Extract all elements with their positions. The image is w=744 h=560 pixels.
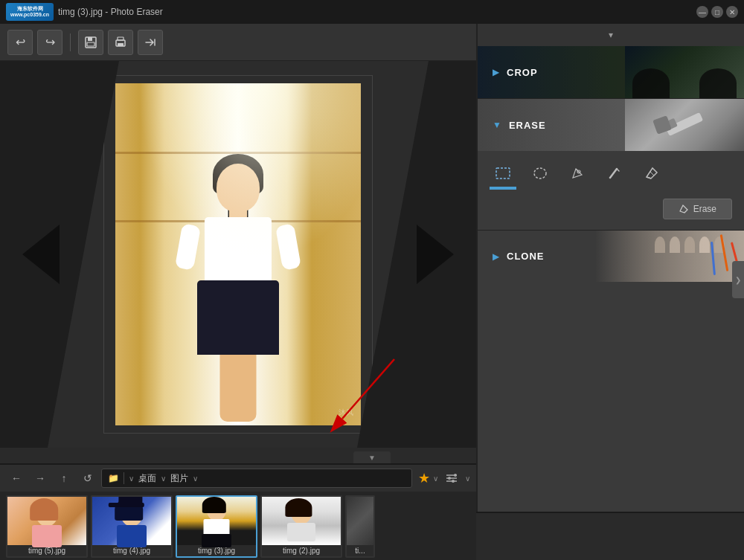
marker-tool[interactable] xyxy=(601,160,628,187)
section-erase: ▼ ERASE xyxy=(478,98,744,230)
clone-label-row: ▶ CLONE xyxy=(478,231,545,282)
app-logo: 海东软件网www.pc0359.cn xyxy=(6,3,54,21)
eraser-tool[interactable] xyxy=(638,160,665,187)
path-display: 📁 ∨ 桌面 ∨ 图片 ∨ xyxy=(101,469,412,488)
favorites-button[interactable]: ★ xyxy=(418,470,430,486)
erase-button-label: Erase xyxy=(693,204,716,214)
thumb1-bg xyxy=(7,497,86,545)
thumb2-bg xyxy=(92,497,171,545)
side-toggle-icon: ❯ xyxy=(735,276,741,284)
svg-point-12 xyxy=(454,474,457,477)
close-button[interactable]: ✕ xyxy=(726,6,738,18)
crop-label-row: ▶ CROP xyxy=(478,46,538,98)
window-controls: — □ ✕ xyxy=(696,6,738,18)
path-sep-left xyxy=(124,472,124,484)
thumbnail-item-4[interactable]: timg (4).jpg xyxy=(91,495,173,558)
stamp-3 xyxy=(684,236,695,253)
forward-button[interactable]: → xyxy=(30,468,51,489)
thumb-img-4 xyxy=(92,497,171,545)
save-button[interactable] xyxy=(78,30,103,55)
svg-point-13 xyxy=(448,477,451,480)
window-title: timg (3).jpg - Photo Eraser xyxy=(58,7,163,17)
folder-icon: 📁 xyxy=(108,473,119,483)
bottom-toggle-icon: ▼ xyxy=(368,454,376,462)
svg-rect-4 xyxy=(118,37,124,40)
view-options-button[interactable] xyxy=(441,468,462,489)
clone-expand-arrow: ▶ xyxy=(493,251,499,262)
action-sep: ∨ xyxy=(433,474,438,483)
refresh-button[interactable]: ↺ xyxy=(77,468,98,489)
crop-hand-right xyxy=(699,68,737,98)
titlebar-left: 海东软件网www.pc0359.cn timg (3).jpg - Photo … xyxy=(6,3,163,21)
thumb5-bg xyxy=(345,497,375,545)
lasso-select-tool[interactable] xyxy=(527,160,554,187)
up-button[interactable]: ↑ xyxy=(54,468,74,489)
back-button[interactable]: ← xyxy=(6,468,27,489)
svg-rect-6 xyxy=(496,168,510,178)
undo-button[interactable]: ↩ xyxy=(7,30,33,55)
svg-point-7 xyxy=(534,168,546,178)
bottom-panel-toggle[interactable]: ▼ xyxy=(353,451,391,463)
thumbnail-item-3[interactable]: timg (3).jpg xyxy=(176,495,257,558)
thumb4-bg xyxy=(262,497,341,545)
path-sep2: ∨ xyxy=(161,474,166,483)
maximize-button[interactable]: □ xyxy=(711,6,723,18)
light-effect xyxy=(115,83,361,289)
erase-thumbnail xyxy=(625,99,744,151)
share-button[interactable] xyxy=(138,30,163,55)
panel-side-toggle[interactable]: ❯ xyxy=(732,261,744,298)
canvas-bg-left xyxy=(0,61,119,448)
thumb-img-4b xyxy=(262,497,341,545)
main-toolbar: ↩ ↪ xyxy=(0,24,476,61)
bottom-right-panel xyxy=(476,512,744,560)
erase-tools-row xyxy=(478,151,744,193)
path-sep1: ∨ xyxy=(129,474,134,483)
erase-expand-arrow: ▼ xyxy=(493,120,501,130)
crop-hand-left xyxy=(632,68,670,98)
images-label: 图片 xyxy=(170,472,188,485)
redo-button[interactable]: ↪ xyxy=(37,30,62,55)
thumbnail-item-1[interactable]: ti... xyxy=(345,495,375,558)
panel-toggle-icon: ▾ xyxy=(609,30,613,40)
filmstrip-toolbar: ← → ↑ ↺ 📁 ∨ 桌面 ∨ 图片 ∨ ★ ∨ xyxy=(0,465,476,492)
svg-rect-1 xyxy=(88,37,92,41)
rect-select-tool[interactable] xyxy=(490,160,516,187)
figure-skirt xyxy=(197,280,279,355)
photo-watermark: 沐风 xyxy=(339,408,353,418)
filmstrip-bar: ← → ↑ ↺ 📁 ∨ 桌面 ∨ 图片 ∨ ★ ∨ xyxy=(0,463,476,560)
erase-button[interactable]: Erase xyxy=(663,199,732,219)
erase-header[interactable]: ▼ ERASE xyxy=(478,99,744,151)
minimize-button[interactable]: — xyxy=(696,6,708,18)
thumb-label-2: timg (2).jpg xyxy=(262,545,341,556)
print-button[interactable] xyxy=(108,30,133,55)
section-crop[interactable]: ▶ CROP xyxy=(478,46,744,98)
action-sep2: ∨ xyxy=(465,474,470,483)
thumb-label-1: ti... xyxy=(347,545,373,556)
thumbnail-item-2[interactable]: timg (2).jpg xyxy=(260,495,342,558)
thumb-img-1 xyxy=(345,497,375,545)
svg-point-14 xyxy=(452,480,455,483)
thumbnails-row: timg (5).jpg timg (4).jpg xyxy=(0,492,476,560)
pen-tool[interactable] xyxy=(564,160,591,187)
thumb-img-3 xyxy=(177,497,256,545)
crop-section-title: CROP xyxy=(507,67,538,78)
stamp-2 xyxy=(670,236,680,253)
thumb-img-5 xyxy=(7,497,86,545)
clone-section-title: CLONE xyxy=(507,251,545,262)
panel-dropdown-toggle[interactable]: ▾ xyxy=(478,24,744,46)
svg-rect-5 xyxy=(118,43,124,46)
figure-leg-right xyxy=(231,347,257,422)
toolbar-separator-1 xyxy=(70,33,71,51)
erase-label-row: ▼ ERASE xyxy=(478,99,546,151)
thumb3-bg xyxy=(177,497,256,545)
crop-expand-arrow: ▶ xyxy=(493,67,499,77)
canvas-area[interactable]: 沐风 xyxy=(0,61,476,448)
thumbnail-item-5[interactable]: timg (5).jpg xyxy=(6,495,88,558)
clone-thumbnail xyxy=(595,231,744,282)
photo-content xyxy=(115,83,361,425)
stamp-1 xyxy=(655,236,665,253)
section-clone[interactable]: ▶ CLONE xyxy=(478,230,744,282)
canvas-arrow-left xyxy=(22,225,60,284)
canvas-arrow-right xyxy=(417,225,454,284)
path-sep3: ∨ xyxy=(193,474,198,483)
